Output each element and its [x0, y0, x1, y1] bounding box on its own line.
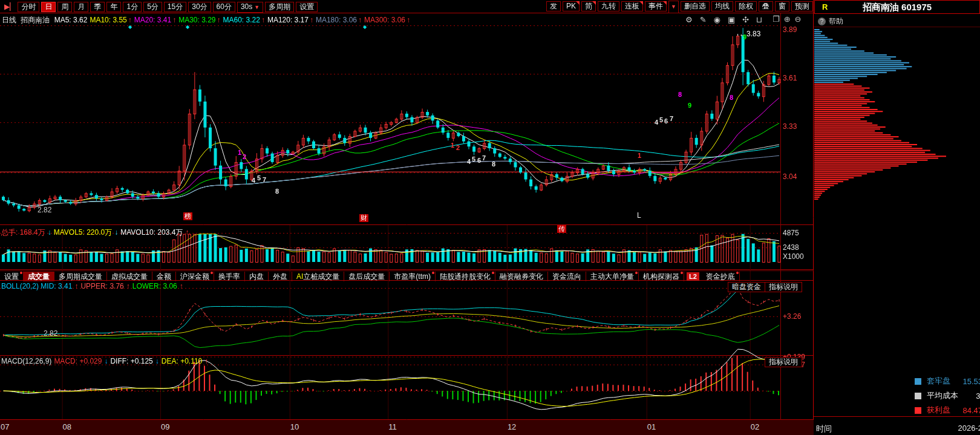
toolbar-button-30分[interactable]: 30分 [188, 2, 211, 12]
nine-turn-digit: 4 [252, 177, 255, 184]
toolbar-button-30s[interactable]: 30s▼ [237, 2, 263, 13]
nine-turn-digit: 6 [477, 157, 481, 164]
toolbar-button-设置[interactable]: 设置 [296, 2, 318, 12]
tab-换手率[interactable]: 换手率 [214, 272, 245, 281]
trend-up-icon: ↑ [407, 16, 410, 24]
tab-虚拟成交量[interactable]: 虚拟成交量 [107, 272, 152, 281]
toolbar-button-事件[interactable]: 事件 [645, 1, 667, 11]
toolbar-button-60分[interactable]: 60分 [213, 2, 235, 12]
toolbar-button-叠[interactable]: 叠 [759, 1, 773, 11]
boll-stat: BOLL(20,2) MID: 3.41 [1, 282, 72, 290]
toolbar-button-5分[interactable]: 5分 [143, 2, 162, 12]
month-label-11: 11 [388, 422, 397, 431]
chart-canvas[interactable] [0, 0, 980, 435]
hand-icon[interactable]: ✣ [742, 15, 749, 24]
tab-金额[interactable]: 金额 [152, 272, 176, 281]
event-marker-榜[interactable]: 榜 [183, 212, 192, 220]
toolbox-icon[interactable]: ▣ [728, 15, 735, 24]
period-buttons: 分时日周月季年1分5分15分30分60分30s▼多周期设置 [18, 1, 319, 13]
nine-turn-digit: 8 [492, 160, 495, 168]
tab-多周期成交量[interactable]: 多周期成交量 [54, 272, 107, 281]
tab-资金抄底[interactable]: 资金抄底 [702, 272, 740, 281]
toolbar-button-1分[interactable]: 1分 [123, 2, 142, 12]
eye-icon[interactable]: ◉ [714, 15, 720, 24]
toolbar-button-月[interactable]: 月 [74, 2, 88, 12]
toolbar-button-窗[interactable]: 窗 [775, 1, 789, 11]
tab-外盘[interactable]: 外盘 [269, 272, 292, 281]
toolbar-button-发[interactable]: 发 [546, 1, 561, 11]
legend-value: 84.47 [950, 406, 980, 415]
event-marker-传[interactable]: 传 [557, 225, 566, 233]
dropdown-button[interactable]: ▼ [668, 1, 679, 13]
ma-value: MA120: 3.17 [267, 16, 309, 24]
notification-dot [681, 272, 683, 274]
macd-stat: MACD: +0.029 [54, 357, 102, 365]
month-label-08: 08 [63, 422, 71, 431]
tab-机构探测器[interactable]: 机构探测器 [639, 272, 684, 281]
toolbar-button-PK[interactable]: PK [563, 1, 580, 11]
macd-button-指标说明[interactable]: 指标说明 [765, 357, 802, 367]
toolbar-button-周[interactable]: 周 [57, 2, 72, 12]
tab-设置[interactable]: 设置 [0, 272, 24, 281]
tool-buttons: 发PK简九转连板事件▼删自选均线除权叠窗预测更多 [546, 0, 838, 13]
toolbar-button-日[interactable]: 日 [41, 2, 56, 12]
toolbar-button-除权[interactable]: 除权 [735, 1, 757, 11]
tab-沪深金额[interactable]: 沪深金额 [176, 272, 214, 281]
toolbar-button-连板[interactable]: 连板 [621, 1, 643, 11]
legend-row-套牢盘: 套牢盘15.53 [915, 376, 980, 387]
axis-label: 4875 [783, 229, 799, 237]
toolbar-button-九转[interactable]: 九转 [598, 1, 619, 11]
tab-陆股通持股变化[interactable]: 陆股通持股变化 [436, 272, 495, 281]
toolbar-left: ▶▏ 分时日周月季年1分5分15分30分60分30s▼多周期设置 [2, 1, 319, 12]
toolbar-button-分时[interactable]: 分时 [18, 2, 39, 12]
toolbar-button-简[interactable]: 简 [581, 1, 596, 11]
toolbar-button-多周期[interactable]: 多周期 [265, 2, 294, 12]
boll-stat: UPPER: 3.76 [80, 282, 123, 290]
toolbar-button-删自选[interactable]: 删自选 [681, 1, 710, 11]
volume-stat: ↓ [48, 228, 51, 237]
window-icon[interactable]: ❐ [773, 15, 780, 24]
tab-成交量[interactable]: 成交量 [24, 272, 54, 281]
boll-button-暗盘资金[interactable]: 暗盘资金 [728, 282, 765, 292]
pencil-icon[interactable]: ✎ [700, 15, 707, 24]
tab-融资融券变化[interactable]: 融资融券变化 [495, 272, 548, 281]
collapse-left-icon[interactable]: ▶▏ [4, 2, 15, 11]
boll-stat: LOWER: 3.06 [132, 282, 177, 290]
boll-low-annotation: 2.82 [44, 329, 57, 338]
toolbar-button-均线[interactable]: 均线 [711, 1, 733, 11]
event-marker-L[interactable]: L [637, 211, 641, 220]
gear-icon[interactable]: ⚙ [685, 15, 693, 24]
tab-资金流向[interactable]: 资金流向 [548, 272, 586, 281]
lock-icon[interactable]: ⊔ [756, 15, 762, 24]
time-label: 时间 [816, 424, 832, 434]
help-button[interactable]: ? 帮助 [818, 16, 843, 27]
zoom-in-icon[interactable]: ⊕ [784, 15, 791, 24]
zoom-out-icon[interactable]: ⊖ [795, 15, 802, 24]
nine-turn-digit: 4 [655, 119, 658, 126]
ma-value: MA300: 3.06 [364, 16, 405, 24]
legend-value: 15.53 [950, 377, 980, 386]
low-price-annotation: 2.82 [38, 206, 51, 214]
tab-盘后成交量[interactable]: 盘后成交量 [344, 272, 390, 281]
nine-turn-digit: 4 [467, 158, 471, 165]
tab-内盘[interactable]: 内盘 [245, 272, 269, 281]
macd-stat: ↓ [155, 357, 159, 365]
toolbar-button-预测[interactable]: 预测 [791, 1, 813, 11]
tab-主动大单净量[interactable]: 主动大单净量 [586, 272, 639, 281]
macd-header: MACD(12,26,9)MACD: +0.029↓DIFF: +0.125↓D… [1, 357, 211, 365]
legend-label: 平均成本 [927, 390, 958, 401]
event-marker-财[interactable]: 财 [359, 214, 368, 222]
stock-name: 招商南油 [21, 16, 50, 24]
legend-swatch [915, 378, 921, 385]
boll-button-指标说明[interactable]: 指标说明 [765, 282, 802, 292]
notification-dot [635, 272, 638, 274]
toolbar-button-年[interactable]: 年 [106, 2, 121, 12]
l2-badge[interactable]: L2 [687, 272, 699, 281]
axis-label: 3.04 [783, 172, 797, 181]
toolbar-button-15分[interactable]: 15分 [164, 2, 186, 12]
tab-立桩成交量[interactable]: AI立桩成交量 [292, 272, 344, 281]
tab-市盈率(ttm)[interactable]: 市盈率(ttm) [390, 272, 436, 281]
toolbar-button-季[interactable]: 季 [90, 2, 105, 12]
nine-turn-digit: 9 [688, 102, 691, 109]
volume-stat: ↑ [185, 228, 189, 237]
